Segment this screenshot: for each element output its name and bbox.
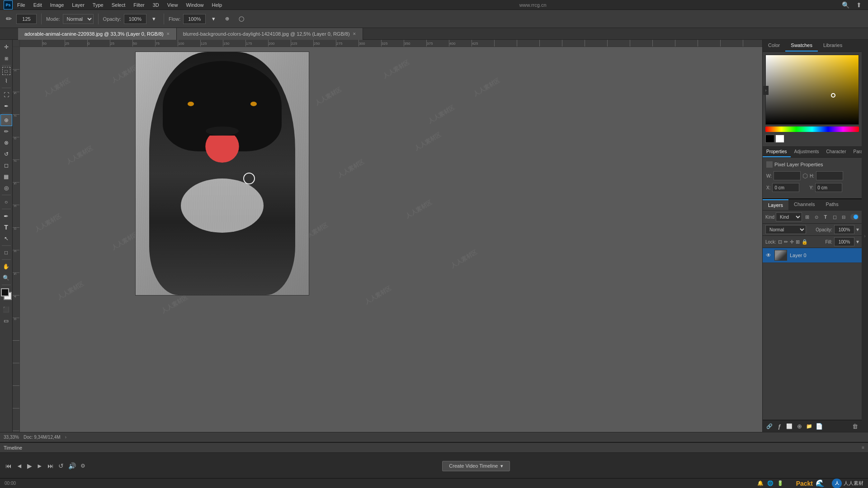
document-canvas[interactable] <box>135 52 309 296</box>
color-panel-collapse[interactable]: › <box>763 86 769 95</box>
gradient-tool[interactable]: ▦ <box>1 171 12 182</box>
create-timeline-arrow[interactable]: ▾ <box>500 463 503 469</box>
layers-tab-channels[interactable]: Channels <box>788 199 820 210</box>
y-input[interactable] <box>815 183 842 192</box>
marquee-tool[interactable]: □ <box>2 67 10 75</box>
eyedropper-tool[interactable]: ✒ <box>1 101 12 112</box>
mode-select[interactable]: Normal Multiply Screen <box>63 14 94 24</box>
link-layers-btn[interactable]: 🔗 <box>765 422 774 430</box>
fill-arrow[interactable]: ▾ <box>856 239 859 245</box>
prop-tab-adjustments[interactable]: Adjustments <box>791 147 823 157</box>
timeline-menu-btn[interactable]: ≡ <box>862 445 864 450</box>
artboard-tool[interactable]: ⊞ <box>1 53 12 64</box>
right-collapse-handle[interactable]: › <box>862 40 868 432</box>
layers-tab-paths[interactable]: Paths <box>821 199 844 210</box>
lock-artboard-btn[interactable]: ⊞ <box>796 239 800 245</box>
color-spectrum[interactable] <box>765 55 859 125</box>
flow-options-btn[interactable]: ▾ <box>208 14 218 24</box>
zoom-tool[interactable]: 🔍 <box>1 272 12 283</box>
layer-visibility-btn[interactable]: 👁 <box>765 252 772 258</box>
opacity-arrow[interactable]: ▾ <box>856 226 859 233</box>
menu-edit[interactable]: Edit <box>30 1 46 9</box>
blur-tool[interactable]: ◎ <box>1 183 12 193</box>
play-btn[interactable]: ▶ <box>27 462 32 469</box>
layers-tab-layers[interactable]: Layers <box>763 199 788 210</box>
path-select-tool[interactable]: ↖ <box>1 233 12 244</box>
stamp-tool[interactable]: ⊗ <box>1 137 12 148</box>
add-mask-btn[interactable]: ⬜ <box>785 422 793 430</box>
filter-type-btn[interactable]: T <box>821 213 829 221</box>
create-video-timeline-btn[interactable]: Create Video Timeline ▾ <box>442 461 510 471</box>
network-icon[interactable]: 🌐 <box>767 480 774 486</box>
go-start-btn[interactable]: ⏮ <box>5 462 12 469</box>
lock-image-btn[interactable]: ✏ <box>784 239 788 245</box>
h-input[interactable] <box>816 171 843 180</box>
tab-1[interactable]: blurred-background-colors-daylight-14241… <box>177 28 363 40</box>
prev-frame-btn[interactable]: ◄ <box>16 462 23 469</box>
search-btn[interactable]: 🔍 <box>840 0 851 10</box>
tab-0[interactable]: adorable-animal-canine-220938.jpg @ 33,3… <box>18 28 177 40</box>
blend-mode-select[interactable]: Normal Multiply Screen <box>765 225 806 234</box>
bg-color-swatch[interactable] <box>775 135 784 143</box>
tab-1-close[interactable]: ✕ <box>353 32 356 36</box>
dodge-tool[interactable]: ○ <box>1 197 12 207</box>
fg-color-swatch[interactable] <box>765 135 774 143</box>
opacity-input[interactable] <box>834 225 854 234</box>
menu-view[interactable]: View <box>164 1 182 9</box>
add-style-btn[interactable]: ƒ <box>775 422 783 430</box>
brush-tool-btn[interactable]: ✏ <box>4 14 14 24</box>
lasso-tool[interactable]: ⌇ <box>1 75 12 86</box>
lock-position-btn[interactable]: ✛ <box>790 239 794 245</box>
airbrush-btn[interactable]: ⊕ <box>221 14 233 24</box>
foreground-color[interactable] <box>1 288 9 296</box>
eraser-tool[interactable]: ◻ <box>1 160 12 171</box>
next-frame-btn[interactable]: ► <box>37 462 43 469</box>
quick-mask-btn[interactable]: ⬛ <box>1 304 12 315</box>
color-tab-color[interactable]: Color <box>763 40 785 52</box>
lock-all-btn[interactable]: 🔒 <box>802 239 808 245</box>
x-input[interactable] <box>772 183 799 192</box>
mute-btn[interactable]: 🔊 <box>68 462 76 469</box>
menu-image[interactable]: Image <box>47 1 68 9</box>
prop-tab-properties[interactable]: Properties <box>763 147 791 157</box>
screen-mode-btn[interactable]: ▭ <box>1 315 12 326</box>
menu-file[interactable]: File <box>14 1 29 9</box>
filter-pixel-btn[interactable]: ⊞ <box>803 213 811 221</box>
filter-adj-btn[interactable]: ⊙ <box>812 213 820 221</box>
go-end-btn[interactable]: ⏭ <box>47 462 54 469</box>
color-tab-swatches[interactable]: Swatches <box>785 40 818 52</box>
menu-type[interactable]: Type <box>89 1 107 9</box>
menu-filter[interactable]: Filter <box>130 1 148 9</box>
fill-input[interactable] <box>834 237 854 246</box>
shape-tool[interactable]: □ <box>1 247 12 258</box>
move-tool[interactable]: ✛ <box>1 42 12 52</box>
prop-tab-character[interactable]: Character <box>823 147 850 157</box>
lock-transparent-btn[interactable]: ⊡ <box>778 239 782 245</box>
menu-3d[interactable]: 3D <box>149 1 163 9</box>
layer-item-0[interactable]: 👁 Layer 0 <box>763 248 862 263</box>
menu-select[interactable]: Select <box>108 1 129 9</box>
canvas-container[interactable]: 人人素材区 人人素材区 人人素材区 人人素材区 人人素材区 人人素材区 人人素材… <box>20 47 762 432</box>
link-icon[interactable]: ⬡ <box>802 172 808 179</box>
hue-slider[interactable] <box>765 127 859 132</box>
filter-shape-btn[interactable]: ◻ <box>830 213 838 221</box>
brush-size-display[interactable]: 125 <box>16 14 37 24</box>
filter-toggle-btn[interactable] <box>850 214 859 220</box>
filter-smart-btn[interactable]: ⊟ <box>840 213 848 221</box>
settings-btn[interactable]: ⚙ <box>80 463 85 469</box>
kind-select[interactable]: Kind <box>776 212 802 221</box>
smoothing-btn[interactable]: ◯ <box>236 14 247 24</box>
color-tab-libraries[interactable]: Libraries <box>818 40 848 52</box>
loop-btn[interactable]: ↺ <box>58 462 64 469</box>
text-tool[interactable]: T <box>1 222 12 233</box>
add-layer-btn[interactable]: 📄 <box>815 422 823 430</box>
brush-tool[interactable]: ✏ <box>1 126 12 137</box>
delete-layer-btn[interactable]: 🗑 <box>851 422 859 430</box>
crop-tool[interactable]: ⛶ <box>1 89 12 100</box>
notification-icon[interactable]: 🔔 <box>757 480 764 486</box>
menu-layer[interactable]: Layer <box>68 1 88 9</box>
healing-tool[interactable]: ⊕ <box>1 115 12 126</box>
add-group-btn[interactable]: 📁 <box>805 422 813 430</box>
pen-tool[interactable]: ✒ <box>1 211 12 221</box>
tab-0-close[interactable]: ✕ <box>166 32 170 36</box>
